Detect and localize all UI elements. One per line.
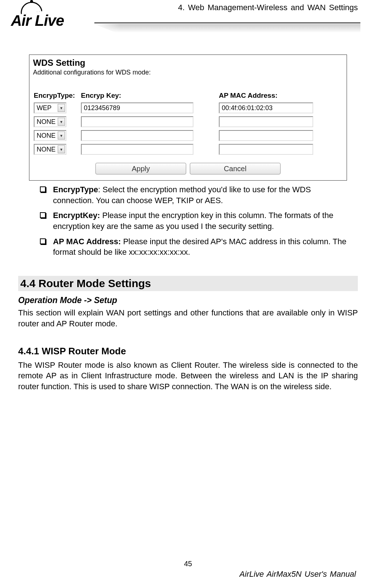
select-value: NONE [37, 118, 56, 126]
wds-setting-panel: WDS Setting Additional configurations fo… [29, 55, 347, 181]
col-encrypt-type: EncrypType: [34, 92, 81, 100]
wds-row: WEP ▼ 0123456789 00:4f:06:01:02:03 [32, 101, 344, 115]
encrypt-type-select[interactable]: NONE ▼ [34, 116, 66, 127]
description-list: EncrypType: Select the encryption method… [40, 184, 347, 258]
wds-header-row: EncrypType: Encryp Key: AP MAC Address: [32, 87, 344, 101]
encrypt-type-select[interactable]: WEP ▼ [34, 102, 66, 113]
select-value: NONE [37, 132, 56, 140]
chapter-title: 4. Web Management-Wireless and WAN Setti… [178, 3, 358, 12]
encrypt-key-input[interactable] [81, 144, 193, 155]
encrypt-key-input[interactable] [81, 116, 193, 127]
list-item: AP MAC Address: Please input the desired… [40, 236, 347, 258]
ap-mac-input[interactable] [219, 144, 313, 155]
list-item: EncrypType: Select the encryption method… [40, 184, 347, 206]
encrypt-type-select[interactable]: NONE ▼ [34, 130, 66, 141]
page-number: 45 [20, 560, 356, 568]
wds-row: NONE ▼ [32, 129, 344, 142]
ap-mac-input[interactable] [219, 130, 313, 141]
section-subhead: Operation Mode -> Setup [18, 295, 358, 305]
wds-title: WDS Setting [32, 57, 344, 68]
subsection-body: The WISP Router mode is also known as Cl… [18, 360, 358, 392]
ap-mac-input[interactable]: 00:4f:06:01:02:03 [219, 102, 313, 113]
chevron-down-icon: ▼ [58, 145, 65, 153]
encrypt-type-select[interactable]: NONE ▼ [34, 144, 66, 155]
section-heading: 4.4 Router Mode Settings [18, 276, 358, 291]
encrypt-key-input[interactable]: 0123456789 [81, 102, 193, 113]
col-encrypt-key: Encryp Key: [81, 92, 219, 100]
apply-button[interactable]: Apply [95, 163, 186, 174]
square-bullet-icon [40, 212, 46, 218]
square-bullet-icon [40, 238, 46, 244]
wds-subtitle: Additional configurations for WDS mode: [32, 68, 344, 87]
list-item: EncryptKey: Please input the encryption … [40, 210, 347, 231]
encrypt-key-input[interactable] [81, 130, 193, 141]
subsection-heading: 4.4.1 WISP Router Mode [18, 346, 358, 357]
page-footer: 45 AirLive AirMax5N User's Manual [0, 560, 376, 579]
header-divider [94, 23, 360, 33]
chevron-down-icon: ▼ [58, 104, 65, 112]
wds-row: NONE ▼ [32, 142, 344, 156]
ap-mac-input[interactable] [219, 116, 313, 127]
section-intro: This section will explain WAN port setti… [18, 307, 358, 329]
col-ap-mac: AP MAC Address: [219, 92, 342, 100]
logo-text: Air Live [11, 12, 64, 29]
select-value: NONE [37, 146, 56, 153]
page-header: Air Live 4. Web Management-Wireless and … [0, 0, 376, 36]
wds-row: NONE ▼ [32, 115, 344, 129]
cancel-button[interactable]: Cancel [190, 163, 281, 174]
chevron-down-icon: ▼ [58, 118, 65, 126]
logo: Air Live [7, 2, 94, 35]
square-bullet-icon [40, 186, 46, 192]
manual-name: AirLive AirMax5N User's Manual [20, 569, 356, 579]
select-value: WEP [37, 104, 52, 112]
button-row: Apply Cancel [32, 156, 344, 178]
chevron-down-icon: ▼ [58, 132, 65, 140]
logo-dot-icon [30, 0, 33, 3]
